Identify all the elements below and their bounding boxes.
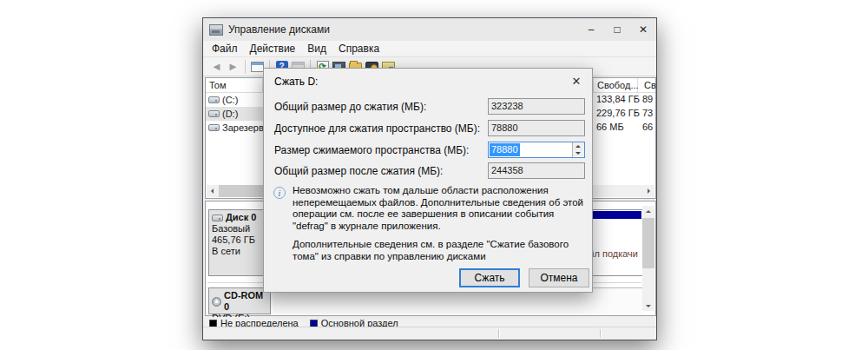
volume-free: 133,84 ГБ — [596, 94, 640, 104]
disk-type: Базовый — [212, 223, 267, 234]
maximize-button[interactable]: □ — [604, 18, 630, 41]
column-header-free-pct[interactable]: Св — [641, 78, 656, 92]
toolbar-separator — [245, 60, 246, 74]
total-size-before-field: 323238 — [488, 98, 585, 115]
column-header-volume[interactable]: Том — [206, 78, 263, 92]
volume-free: 229,76 ГБ — [596, 108, 640, 118]
volume-icon — [208, 110, 220, 117]
volume-free-pct: 89 — [642, 94, 653, 104]
dialog-close-icon[interactable]: ✕ — [568, 73, 585, 89]
disk-status: В сети — [212, 246, 267, 257]
statusbar-divider — [498, 329, 499, 338]
close-button[interactable]: ✕ — [630, 18, 656, 41]
menu-view[interactable]: Вид — [301, 43, 332, 55]
cdrom-name: CD-ROM 0 — [224, 290, 267, 313]
shrink-warning-text: Невозможно сжать том дальше области расп… — [293, 185, 586, 232]
volume-icon — [208, 124, 220, 131]
disk-size: 465,76 ГБ — [212, 234, 267, 246]
cd-icon — [212, 297, 221, 307]
volume-name: (D:) — [222, 109, 238, 119]
disk0-label-panel[interactable]: Диск 0 Базовый 465,76 ГБ В сети — [208, 209, 271, 276]
cdrom-label-panel[interactable]: CD-ROM 0 DVD (E:) — [208, 287, 271, 314]
desktop-wallpaper: Управление дисками – □ ✕ Файл Действие В… — [0, 0, 868, 350]
scroll-right-icon[interactable] — [642, 185, 654, 197]
minimize-button[interactable]: – — [578, 18, 604, 41]
status-bar — [203, 327, 656, 340]
shrink-button[interactable]: Сжать — [459, 268, 520, 287]
vertical-scrollbar[interactable] — [642, 206, 654, 311]
total-size-before-label: Общий размер до сжатия (МБ): — [274, 101, 426, 113]
volume-free-pct: 73 — [642, 108, 653, 118]
menu-file[interactable]: Файл — [206, 43, 244, 55]
menu-help[interactable]: Справка — [332, 43, 385, 55]
total-size-after-field: 244358 — [488, 162, 585, 179]
statusbar-divider — [600, 329, 601, 338]
dialog-title: Сжать D: — [274, 76, 318, 88]
volume-icon — [208, 96, 220, 103]
scroll-down-icon[interactable] — [642, 300, 654, 311]
spinner-down-icon[interactable] — [573, 149, 584, 157]
total-size-after-label: Общий размер после сжатия (МБ): — [274, 165, 443, 177]
disk-name: Диск 0 — [226, 212, 256, 223]
partition-info-text: йл подкачи — [589, 248, 638, 259]
volume-free: 66 МБ — [596, 122, 624, 132]
scrollbar-thumb[interactable] — [642, 218, 654, 268]
window-title: Управление дисками — [228, 23, 330, 36]
menu-action[interactable]: Действие — [244, 43, 302, 55]
shrink-amount-input[interactable]: 78880 — [488, 142, 585, 158]
shrink-dialog: Сжать D: ✕ Общий размер до сжатия (МБ): … — [263, 68, 593, 293]
available-shrink-space-label: Доступное для сжатия пространство (МБ): — [274, 122, 480, 135]
disk-icon — [212, 215, 223, 221]
shrink-amount-value: 78880 — [490, 143, 520, 156]
window-titlebar[interactable]: Управление дисками – □ ✕ — [203, 18, 656, 41]
starfield — [0, 0, 1, 1]
forward-icon[interactable]: ► — [226, 60, 240, 74]
shrink-amount-label: Размер сжимаемого пространства (МБ): — [274, 144, 469, 156]
scroll-left-icon[interactable] — [207, 185, 219, 197]
available-shrink-space-field: 78880 — [488, 120, 585, 136]
back-icon[interactable]: ◄ — [209, 60, 224, 74]
column-header-free[interactable]: Свобод... — [593, 78, 638, 92]
disk-management-app-icon — [209, 24, 223, 36]
scroll-up-icon[interactable] — [642, 206, 654, 217]
cancel-button[interactable]: Отмена — [529, 268, 589, 287]
spinner-control — [572, 142, 584, 157]
shrink-help-text: Дополнительные сведения см. в разделе "С… — [293, 239, 572, 262]
volume-free-pct: 66 — [642, 122, 653, 132]
volume-name: (C:) — [222, 95, 238, 105]
info-icon: i — [273, 187, 286, 199]
menu-bar: Файл Действие Вид Справка — [203, 41, 656, 56]
